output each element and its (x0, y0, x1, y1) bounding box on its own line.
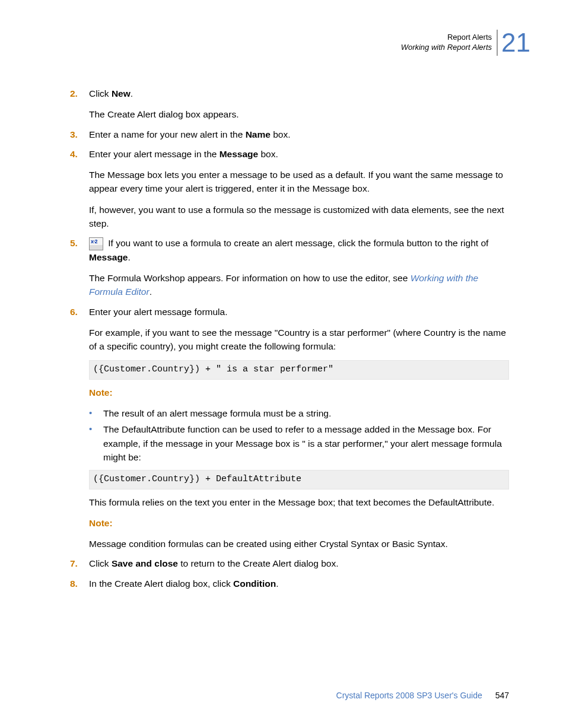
step-body: Enter your alert message in the Message … (89, 147, 509, 230)
step-list: 2. Click New. The Create Alert dialog bo… (70, 87, 509, 590)
step-body: If you want to use a formula to create a… (89, 236, 509, 299)
footer-title: Crystal Reports 2008 SP3 User's Guide (336, 691, 482, 700)
code-block: ({Customer.Country}) + DefaultAttribute (89, 470, 509, 489)
header-line2: Working with Report Alerts (401, 43, 492, 53)
bullet-dot: • (89, 406, 103, 420)
step-text: Enter your alert message formula. (89, 305, 509, 319)
step-4: 4. Enter your alert message in the Messa… (70, 147, 509, 230)
step-sub: This formula relies on the text you ente… (89, 495, 509, 509)
step-3: 3. Enter a name for your new alert in th… (70, 128, 509, 141)
step-text: If you want to use a formula to create a… (89, 236, 509, 264)
step-body: Click Save and close to return to the Cr… (89, 557, 509, 570)
bullet-text: The DefaultAttribute function can be use… (103, 422, 509, 464)
code-block: ({Customer.Country}) + " is a star perfo… (89, 360, 509, 380)
step-number: 7. (70, 557, 89, 570)
step-sub: For example, if you want to see the mess… (89, 326, 509, 354)
list-item: •The DefaultAttribute function can be us… (89, 422, 509, 464)
step-sub: The Message box lets you enter a message… (89, 168, 509, 196)
step-2: 2. Click New. The Create Alert dialog bo… (70, 87, 509, 122)
page-footer: Crystal Reports 2008 SP3 User's Guide 54… (336, 689, 509, 702)
step-5: 5. If you want to use a formula to creat… (70, 236, 509, 299)
step-text: Enter a name for your new alert in the N… (89, 128, 509, 141)
step-sub: The Create Alert dialog box appears. (89, 107, 509, 121)
step-text: Click New. (89, 87, 509, 100)
note-label: Note: (89, 516, 509, 530)
step-body: Enter your alert message formula. For ex… (89, 305, 509, 551)
step-body: Click New. The Create Alert dialog box a… (89, 87, 509, 122)
formula-button-icon (89, 237, 103, 250)
bullet-text: The result of an alert message formula m… (103, 406, 509, 420)
bullet-dot: • (89, 422, 103, 464)
main-content: 2. Click New. The Create Alert dialog bo… (70, 87, 509, 590)
step-text: In the Create Alert dialog box, click Co… (89, 577, 509, 590)
step-text: Click Save and close to return to the Cr… (89, 557, 509, 570)
step-7: 7. Click Save and close to return to the… (70, 557, 509, 570)
chapter-number: 21 (497, 30, 530, 56)
note-bullets: •The result of an alert message formula … (89, 406, 509, 464)
step-sub: If, however, you want to use a formula s… (89, 203, 509, 231)
step-body: Enter a name for your new alert in the N… (89, 128, 509, 141)
step-number: 4. (70, 147, 89, 230)
list-item: •The result of an alert message formula … (89, 406, 509, 420)
note-label: Note: (89, 386, 509, 399)
step-number: 8. (70, 577, 89, 590)
step-6: 6. Enter your alert message formula. For… (70, 305, 509, 551)
step-8: 8. In the Create Alert dialog box, click… (70, 577, 509, 590)
footer-page: 547 (495, 691, 509, 700)
step-number: 6. (70, 305, 89, 551)
step-body: In the Create Alert dialog box, click Co… (89, 577, 509, 590)
step-sub: The Formula Workshop appears. For inform… (89, 271, 509, 299)
step-number: 5. (70, 236, 89, 299)
header-text: Report Alerts Working with Report Alerts (401, 33, 492, 53)
step-number: 2. (70, 87, 89, 122)
page-header: Report Alerts Working with Report Alerts… (401, 30, 530, 56)
step-text: Enter your alert message in the Message … (89, 147, 509, 161)
note-text: Message condition formulas can be create… (89, 537, 509, 551)
step-number: 3. (70, 128, 89, 141)
header-line1: Report Alerts (401, 33, 492, 43)
